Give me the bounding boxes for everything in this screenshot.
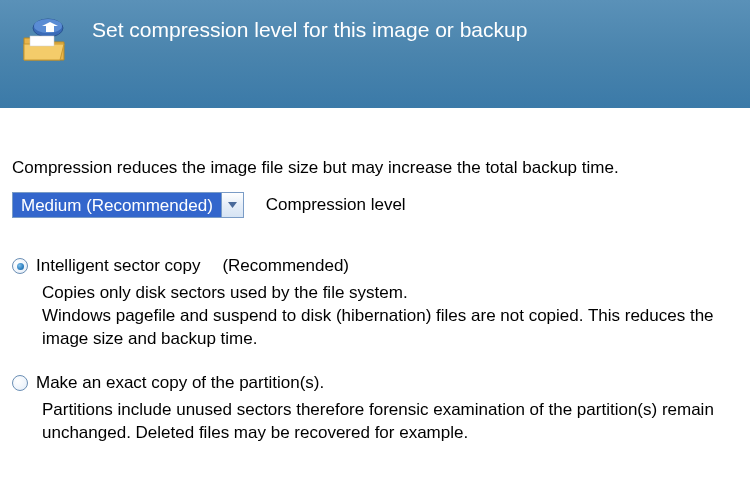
compression-dropdown-button[interactable] [221,193,243,217]
radio-icon [12,258,28,274]
wizard-header: Set compression level for this image or … [0,0,750,108]
content-area: Compression reduces the image file size … [0,108,750,445]
svg-rect-2 [30,36,54,46]
page-title: Set compression level for this image or … [92,18,527,42]
chevron-down-icon [228,202,237,208]
radio-label: Make an exact copy of the partition(s). [36,373,324,393]
radio-label: Intelligent sector copy [36,256,200,276]
radio-dot-icon [17,263,24,270]
compression-row: Medium (Recommended) Compression level [12,192,738,218]
intro-text: Compression reduces the image file size … [12,158,738,178]
compression-label: Compression level [266,195,406,215]
radio-description: Partitions include unused sectors theref… [42,399,737,445]
radio-recommended-tag: (Recommended) [222,256,349,276]
option-intelligent-sector: Intelligent sector copy (Recommended) Co… [12,256,738,351]
radio-icon [12,375,28,391]
compression-dropdown-value: Medium (Recommended) [13,193,221,217]
radio-exact-copy[interactable]: Make an exact copy of the partition(s). [12,373,738,393]
option-exact-copy: Make an exact copy of the partition(s). … [12,373,738,445]
compression-dropdown[interactable]: Medium (Recommended) [12,192,244,218]
radio-description: Copies only disk sectors used by the fil… [42,282,737,351]
radio-intelligent-sector[interactable]: Intelligent sector copy (Recommended) [12,256,738,276]
backup-folder-icon [20,14,68,62]
